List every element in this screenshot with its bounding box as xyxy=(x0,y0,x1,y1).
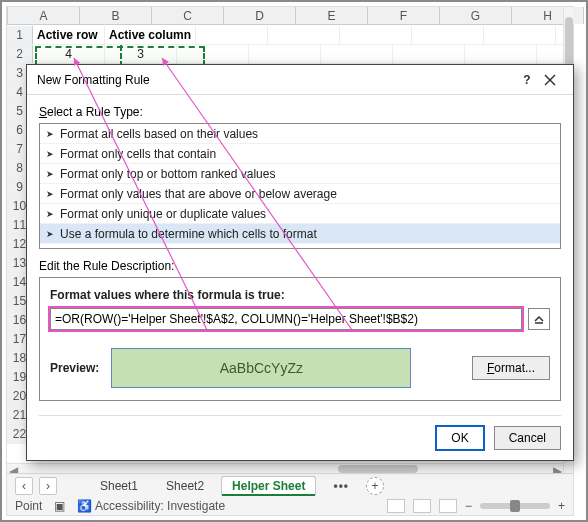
bullet-icon: ➤ xyxy=(46,229,54,239)
cell-D2[interactable] xyxy=(249,45,321,63)
preview-label: Preview: xyxy=(50,361,99,375)
h-scroll-right-icon[interactable]: ▶ xyxy=(551,464,563,473)
cell-A2[interactable]: 4 xyxy=(33,45,105,63)
cancel-button[interactable]: Cancel xyxy=(494,426,561,450)
cell-G2[interactable] xyxy=(465,45,537,63)
zoom-in-button[interactable]: + xyxy=(558,499,565,513)
rule-type-item[interactable]: ➤Format only cells that contain xyxy=(40,144,560,164)
rule-type-item[interactable]: ➤Format only values that are above or be… xyxy=(40,184,560,204)
col-G[interactable]: G xyxy=(440,7,512,24)
ok-button[interactable]: OK xyxy=(436,426,483,450)
preview-sample: AaBbCcYyZz xyxy=(111,348,411,388)
row-header-1[interactable]: 1 xyxy=(7,26,33,44)
dialog-title: New Formatting Rule xyxy=(37,73,150,87)
formula-input[interactable] xyxy=(50,308,522,330)
tab-add-button[interactable]: + xyxy=(366,477,384,495)
rule-type-list[interactable]: ➤Format all cells based on their values … xyxy=(39,123,561,249)
accessibility-status[interactable]: ♿ Accessibility: Investigate xyxy=(77,499,225,513)
dialog-titlebar[interactable]: New Formatting Rule ? xyxy=(27,65,573,95)
collapse-icon xyxy=(533,313,545,325)
rule-type-item[interactable]: ➤Format only top or bottom ranked values xyxy=(40,164,560,184)
cell-A1[interactable]: Active row xyxy=(33,26,105,44)
bullet-icon: ➤ xyxy=(46,149,54,159)
rule-type-item[interactable]: ➤Format only unique or duplicate values xyxy=(40,204,560,224)
col-D[interactable]: D xyxy=(224,7,296,24)
cell-G1[interactable] xyxy=(484,26,556,44)
zoom-out-button[interactable]: − xyxy=(465,499,472,513)
row-header-2[interactable]: 2 xyxy=(7,45,33,63)
tabs-more-button[interactable]: ••• xyxy=(322,476,360,496)
accessibility-label: Accessibility: Investigate xyxy=(95,499,225,513)
h-scroll-thumb[interactable] xyxy=(338,465,418,473)
sheet-tabs: ‹ › Sheet1 Sheet2 Helper Sheet ••• + xyxy=(7,474,573,496)
col-F[interactable]: F xyxy=(368,7,440,24)
collapse-reference-button[interactable] xyxy=(528,308,550,330)
record-macro-icon[interactable]: ▣ xyxy=(54,499,65,513)
dialog-help-button[interactable]: ? xyxy=(517,69,537,91)
rule-type-item[interactable]: ➤Format all cells based on their values xyxy=(40,124,560,144)
view-break-icon[interactable] xyxy=(439,499,457,513)
cell-B2[interactable]: 3 xyxy=(105,45,177,63)
bullet-icon: ➤ xyxy=(46,169,54,179)
bullet-icon: ➤ xyxy=(46,209,54,219)
edit-rule-desc-label: Edit the Rule Description: xyxy=(39,259,561,273)
rule-desc-box: Format values where this formula is true… xyxy=(39,277,561,401)
format-button[interactable]: Format... xyxy=(472,356,550,380)
status-mode: Point xyxy=(15,499,42,513)
cell-E2[interactable] xyxy=(321,45,393,63)
column-header-row: A B C D E F G H xyxy=(7,7,573,25)
formula-label: Format values where this formula is true… xyxy=(50,288,550,302)
select-rule-type-label: Select a Rule Type: xyxy=(39,105,561,119)
cell-C2[interactable] xyxy=(177,45,249,63)
bullet-icon: ➤ xyxy=(46,189,54,199)
bullet-icon: ➤ xyxy=(46,129,54,139)
cell-F2[interactable] xyxy=(393,45,465,63)
tab-helper-sheet[interactable]: Helper Sheet xyxy=(221,476,316,496)
rule-type-item-selected[interactable]: ➤Use a formula to determine which cells … xyxy=(40,224,560,244)
tab-sheet2[interactable]: Sheet2 xyxy=(155,476,215,496)
new-formatting-rule-dialog: New Formatting Rule ? Select a Rule Type… xyxy=(26,64,574,461)
dialog-close-button[interactable] xyxy=(537,69,563,91)
view-normal-icon[interactable] xyxy=(387,499,405,513)
horizontal-scrollbar[interactable]: ◀ ▶ xyxy=(7,463,563,473)
status-bar: ‹ › Sheet1 Sheet2 Helper Sheet ••• + Poi… xyxy=(7,473,573,515)
cell-F1[interactable] xyxy=(412,26,484,44)
cell-C1[interactable] xyxy=(196,26,268,44)
tabs-prev-button[interactable]: ‹ xyxy=(15,477,33,495)
tabs-next-button[interactable]: › xyxy=(39,477,57,495)
h-scroll-left-icon[interactable]: ◀ xyxy=(7,464,19,473)
cell-E1[interactable] xyxy=(340,26,412,44)
view-layout-icon[interactable] xyxy=(413,499,431,513)
col-C[interactable]: C xyxy=(152,7,224,24)
close-icon xyxy=(544,74,556,86)
col-E[interactable]: E xyxy=(296,7,368,24)
tab-sheet1[interactable]: Sheet1 xyxy=(89,476,149,496)
zoom-slider[interactable] xyxy=(480,503,550,509)
col-H[interactable]: H xyxy=(512,7,584,24)
col-B[interactable]: B xyxy=(80,7,152,24)
col-A[interactable]: A xyxy=(8,7,80,24)
cell-B1[interactable]: Active column xyxy=(105,26,196,44)
cell-D1[interactable] xyxy=(268,26,340,44)
